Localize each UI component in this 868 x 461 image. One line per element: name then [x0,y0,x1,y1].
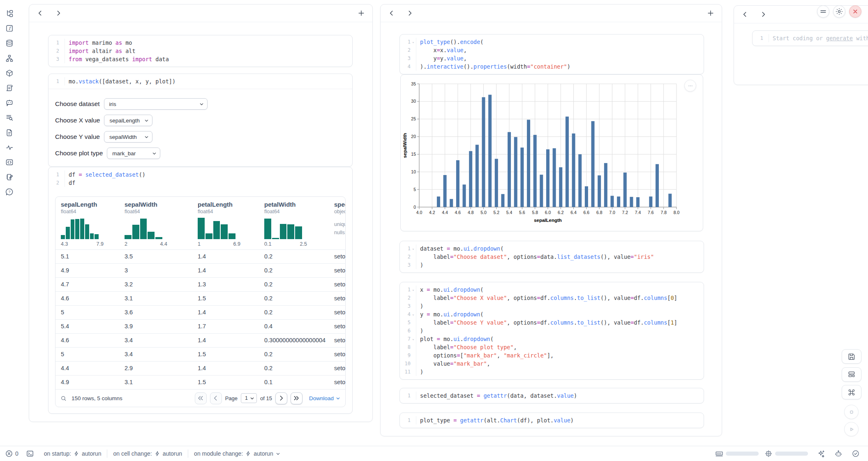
sidebar-item-snippets[interactable] [3,156,16,168]
runtime-setting[interactable]: on startup: autorun [44,450,102,457]
next-page-button[interactable] [275,392,287,404]
code-text[interactable]: y = mo.ui.dropdown( [416,310,704,318]
sidebar-item-file-tree[interactable] [3,7,16,20]
cell-xy-plot-dropdowns[interactable]: 1⌄x = mo.ui.dropdown(2 label="Choose X v… [399,282,704,380]
choose-x-value-select[interactable]: sepalLength [104,115,152,126]
settings-button[interactable] [833,5,845,18]
save-button[interactable] [842,349,861,364]
cell-dataframe[interactable]: 1df = selected_dataset()2df sepalLength … [48,167,353,414]
fold-marker[interactable]: ⌄ [411,286,416,294]
search-icon[interactable] [60,395,67,401]
column-header-species[interactable]: species objectuniquenulls: [329,197,345,249]
runtime-setting[interactable]: on cell change: autorun [113,450,182,457]
code-text[interactable]: df = selected_dataset() [65,171,352,179]
table-row[interactable]: 4.63.11.50.2setosa [55,291,345,305]
code-text[interactable]: label="Choose X value", options=df.colum… [416,294,704,302]
sidebar-item-graph[interactable] [3,52,16,65]
sidebar-item-scratchpad[interactable] [3,171,16,183]
code-text[interactable]: dataset = mo.ui.dropdown( [416,244,704,253]
ram-usage[interactable] [715,449,759,458]
fold-marker[interactable]: ⌄ [411,335,416,343]
chevron-left-icon[interactable] [387,9,396,18]
code-text[interactable]: df [65,179,352,187]
table-row[interactable]: 53.61.40.2setosa [55,305,345,319]
code-text[interactable]: y=y.value, [416,54,704,62]
chevron-left-icon[interactable] [741,10,750,19]
ai-sparkles-button[interactable] [817,449,825,458]
code-text[interactable]: plot_type = getattr(alt.Chart(df), plot.… [416,416,704,424]
add-cell-button[interactable] [706,9,715,18]
sidebar-item-activity[interactable] [3,141,16,154]
column-header-sepalWidth[interactable]: sepalWidth float6424.4 [119,197,192,249]
sidebar-item-list-search[interactable] [3,111,16,124]
cell-vstack[interactable]: 1mo.vstack([dataset, x, y, plot]) Choose… [48,74,353,167]
table-row[interactable]: 5.13.51.40.2setosa [55,249,345,263]
chevron-right-icon[interactable] [54,9,63,18]
sidebar-item-document[interactable] [3,127,16,139]
sidebar-item-help[interactable]: ? [3,186,16,198]
first-page-button[interactable] [195,392,207,404]
prev-page-button[interactable] [210,392,222,404]
cell-empty[interactable]: 1Start coding or generate with AI [752,30,868,46]
cell-dataset-dropdown[interactable]: 1⌄dataset = mo.ui.dropdown(2 label="Choo… [399,241,704,273]
choose-y-value-select[interactable]: sepalWidth [104,131,152,143]
sidebar-item-database[interactable] [3,37,16,49]
code-text[interactable]: ) [416,327,704,335]
ai-assistant-button[interactable] [834,449,843,458]
code-text[interactable]: plot = mo.ui.dropdown( [416,335,704,343]
chevron-right-icon[interactable] [759,10,768,19]
code-text[interactable]: selected_dataset = getattr(data, dataset… [416,392,704,400]
table-row[interactable]: 4.931.40.2setosa [55,263,345,277]
code-text[interactable]: ) [416,302,704,310]
download-button[interactable]: Download [309,395,340,401]
code-text[interactable]: ) [416,261,704,269]
cell-selected-dataset[interactable]: 1selected_dataset = getattr(data, datase… [399,388,704,403]
fold-marker[interactable]: ⌄ [411,38,416,46]
code-text[interactable]: import marimo as mo [65,39,352,47]
code-text[interactable]: label="Choose Y value", options=df.colum… [416,318,704,327]
code-text[interactable]: from vega_datasets import data [65,55,352,63]
choose-dataset-select[interactable]: iris [104,98,208,110]
table-row[interactable]: 5.43.91.70.4setosa [55,319,345,333]
errors-button[interactable]: 0 [5,449,18,458]
table-row[interactable]: 4.42.91.40.2setosa [55,361,345,375]
table-row[interactable]: 4.93.11.50.1setosa [55,375,345,389]
code-text[interactable]: plot_type().encode( [416,38,704,46]
code-text[interactable]: label="Choose dataset", options=data.lis… [416,253,704,261]
sidebar-item-chatbot[interactable] [3,97,16,109]
column-header-sepalLength[interactable]: sepalLength float644.37.9 [55,197,119,249]
chevron-left-icon[interactable] [36,9,45,18]
page-select[interactable]: 1 [241,393,257,403]
run-button[interactable] [844,422,859,436]
stop-button[interactable] [844,405,859,419]
code-text[interactable]: Start coding or generate with AI [769,34,868,42]
code-text[interactable]: ) [416,368,704,376]
choose-plot-type-select[interactable]: mark_bar [107,148,160,159]
code-text[interactable]: label="Choose plot type", [416,343,704,351]
sidebar-item-script[interactable] [3,82,16,94]
add-cell-button[interactable] [357,9,366,18]
runtime-setting[interactable]: on module change: autorun [194,450,280,457]
column-header-petalWidth[interactable]: petalWidth float640.12.5 [259,197,329,249]
table-row[interactable]: 53.41.50.2setosa [55,347,345,361]
code-text[interactable]: import altair as alt [65,47,352,55]
fold-marker[interactable]: ⌄ [411,310,416,318]
chart-menu-button[interactable] [684,80,696,92]
sidebar-item-function[interactable]: f [3,22,16,35]
chevron-right-icon[interactable] [405,9,414,18]
code-text[interactable]: options=["mark_bar", "mark_circle"], [416,351,704,360]
code-text[interactable]: x = mo.ui.dropdown( [416,286,704,294]
code-text[interactable]: ).interactive().properties(width="contai… [416,62,704,71]
fold-marker[interactable]: ⌄ [411,244,416,253]
cell-plot-encode[interactable]: 1⌄plot_type().encode(2 x=x.value,3 y=y.v… [399,34,704,74]
table-row[interactable]: 4.73.21.30.2setosa [55,277,345,291]
close-panel-button[interactable] [849,5,861,18]
last-page-button[interactable] [291,392,302,404]
cell-plot-type[interactable]: 1plot_type = getattr(alt.Chart(df), plot… [399,413,704,428]
terminal-button[interactable] [26,449,34,458]
command-palette-button[interactable] [842,385,861,399]
layout-button[interactable] [842,367,861,382]
cell-imports[interactable]: 1import marimo as mo2import altair as al… [48,35,353,67]
code-text[interactable]: mo.vstack([dataset, x, y, plot]) [65,77,352,85]
table-row[interactable]: 4.63.41.40.30000000000000004setosa [55,333,345,347]
